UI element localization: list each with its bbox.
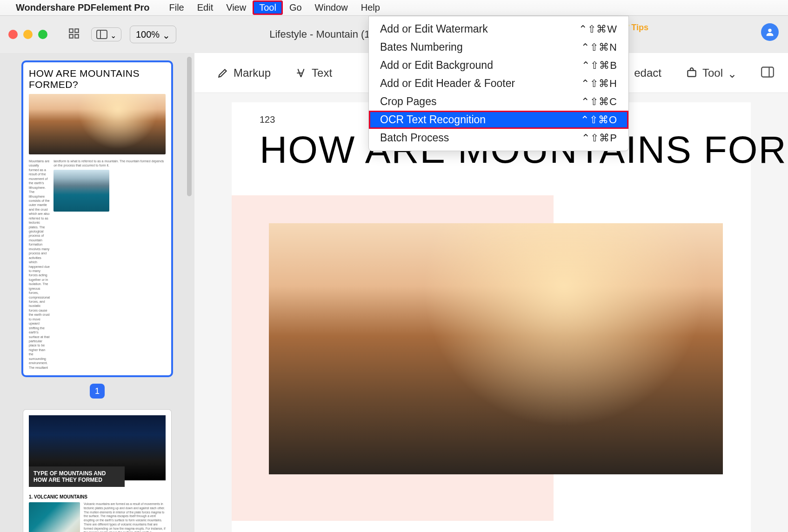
menu-item-shortcut: ⌃⇧⌘O: [581, 114, 617, 126]
chevron-down-icon: ⌄: [162, 30, 170, 41]
menu-view[interactable]: View: [220, 0, 253, 15]
menu-item-label: Batch Process: [380, 132, 449, 144]
zoom-value: 100%: [136, 29, 160, 40]
app-name: Wondershare PDFelement Pro: [16, 2, 149, 13]
menu-item-shortcut: ⌃⇧⌘P: [581, 132, 617, 144]
tool-button[interactable]: Tool ⌄: [686, 66, 737, 80]
svg-rect-2: [69, 34, 73, 38]
menu-tool[interactable]: Tool: [253, 0, 283, 15]
thumb-image: [29, 94, 166, 154]
menu-item-label: Add or Edit Watermark: [380, 23, 488, 35]
thumb-text: Mountains are usually formed as a result…: [29, 159, 50, 370]
menu-item-bates[interactable]: Bates Numbering ⌃⇧⌘N: [369, 38, 628, 56]
thumb-title: HOW ARE MOUNTAINS FORMED?: [29, 68, 166, 90]
thumbnail-page-2[interactable]: TYPE OF MOUNTAINS AND HOW ARE THEY FORME…: [23, 410, 171, 532]
thumbnail-sidebar: HOW ARE MOUNTAINS FORMED? Mountains are …: [0, 53, 194, 532]
markup-label: Markup: [234, 66, 271, 80]
sidebar-scrollbar[interactable]: [187, 57, 192, 196]
menu-item-header-footer[interactable]: Add or Edit Header & Footer ⌃⇧⌘H: [369, 74, 628, 93]
sidebar-toggle[interactable]: ⌄: [91, 27, 121, 41]
minimize-button[interactable]: [23, 30, 33, 39]
menu-item-shortcut: ⌃⇧⌘B: [581, 60, 617, 72]
thumbnails-grid-icon[interactable]: [68, 27, 80, 41]
document-title: Lifestyle - Mountain (1): [269, 28, 374, 40]
document-viewport[interactable]: 123 HOW ARE MOUNTAINS FORMED?: [194, 93, 788, 532]
thumb-image-2: [29, 502, 80, 532]
user-avatar[interactable]: [761, 23, 779, 41]
page-badge-1: 1: [90, 384, 105, 399]
pdf-page: 123 HOW ARE MOUNTAINS FORMED?: [232, 102, 751, 532]
menu-item-watermark[interactable]: Add or Edit Watermark ⌃⇧⌘W: [369, 20, 628, 38]
menu-item-crop[interactable]: Crop Pages ⌃⇧⌘C: [369, 93, 628, 111]
menu-item-label: Bates Numbering: [380, 41, 463, 53]
menu-file[interactable]: File: [162, 0, 190, 15]
svg-point-6: [768, 29, 771, 32]
chevron-down-icon: ⌄: [110, 31, 116, 40]
close-button[interactable]: [8, 30, 18, 39]
markup-button[interactable]: Markup: [217, 66, 271, 80]
tips-label: Tips: [631, 23, 648, 32]
svg-rect-3: [75, 34, 79, 38]
thumb-heading: 1. VOLCANIC MOUNTAINS: [29, 494, 166, 499]
menu-item-batch[interactable]: Batch Process ⌃⇧⌘P: [369, 129, 628, 147]
svg-rect-1: [75, 29, 79, 33]
text-label: Text: [312, 66, 332, 80]
zoom-button[interactable]: [38, 30, 47, 39]
text-button[interactable]: Text: [295, 66, 332, 80]
zoom-select[interactable]: 100% ⌄: [130, 26, 176, 43]
hero-image-frame: [269, 223, 723, 474]
menu-item-ocr[interactable]: OCR Text Recognition ⌃⇧⌘O: [369, 111, 628, 129]
redact-label: edact: [634, 66, 661, 80]
thumb-text: Volcanic mountains are formed as a resul…: [84, 502, 166, 532]
menu-item-shortcut: ⌃⇧⌘W: [579, 23, 617, 35]
tool-dropdown: Add or Edit Watermark ⌃⇧⌘W Bates Numberi…: [368, 16, 629, 151]
menu-item-label: Add or Edit Background: [380, 59, 493, 72]
thumb-text-2: landform is what is referred to as a mou…: [53, 159, 166, 168]
traffic-lights: [8, 30, 47, 39]
svg-rect-8: [761, 67, 774, 77]
menu-item-label: Crop Pages: [380, 95, 436, 108]
svg-rect-0: [69, 29, 73, 33]
tool-label: Tool: [702, 66, 723, 80]
menu-item-shortcut: ⌃⇧⌘C: [581, 96, 617, 108]
thumb-image-2: [53, 170, 109, 212]
menu-item-shortcut: ⌃⇧⌘N: [581, 41, 617, 53]
menu-go[interactable]: Go: [283, 0, 308, 15]
macos-menubar: Wondershare PDFelement Pro File Edit Vie…: [0, 0, 788, 16]
menu-window[interactable]: Window: [308, 0, 354, 15]
svg-rect-7: [688, 70, 695, 76]
redact-button[interactable]: edact: [634, 66, 661, 80]
menu-item-background[interactable]: Add or Edit Background ⌃⇧⌘B: [369, 56, 628, 74]
menu-item-label: OCR Text Recognition: [380, 113, 486, 126]
right-panel-toggle-icon[interactable]: [761, 66, 774, 80]
svg-rect-4: [97, 30, 107, 39]
thumb-overlay-title: TYPE OF MOUNTAINS AND HOW ARE THEY FORME…: [29, 466, 125, 487]
menu-edit[interactable]: Edit: [191, 0, 220, 15]
hero-image: [269, 223, 723, 474]
thumbnail-page-1[interactable]: HOW ARE MOUNTAINS FORMED? Mountains are …: [23, 62, 171, 375]
menu-item-shortcut: ⌃⇧⌘H: [581, 78, 617, 90]
menu-item-label: Add or Edit Header & Footer: [380, 77, 515, 90]
menu-help[interactable]: Help: [354, 0, 387, 15]
chevron-down-icon: ⌄: [728, 67, 737, 80]
